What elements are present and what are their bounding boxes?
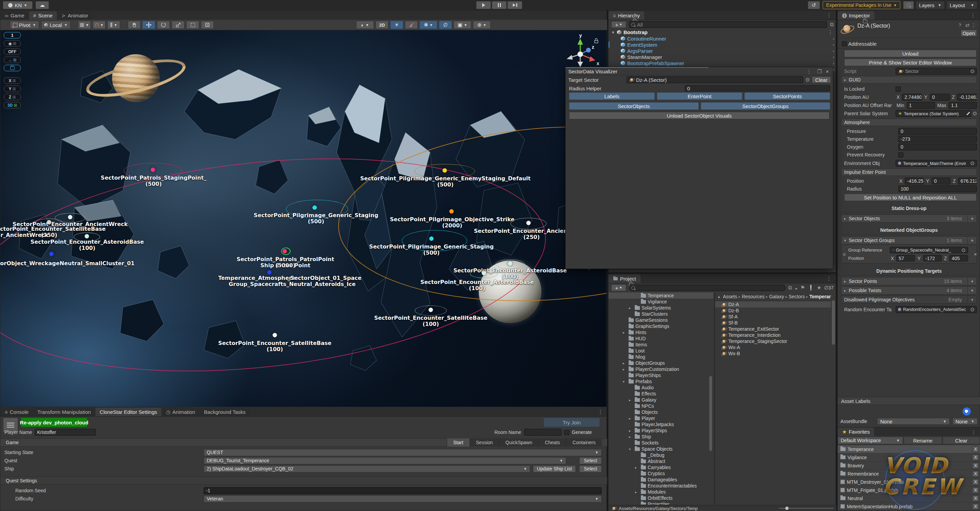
- open-in-window-icon[interactable]: ⧉: [788, 285, 792, 291]
- favorites-item[interactable]: VigilanceX: [838, 454, 980, 461]
- sector-point-dot[interactable]: [313, 206, 317, 210]
- mode-tab-cheats[interactable]: Cheats: [538, 438, 566, 447]
- group-reference-field[interactable]: ∴ Group_Spacecrafts_Neutral_ ⊙: [890, 247, 968, 253]
- group-pos-x[interactable]: 57: [896, 255, 915, 262]
- play-button[interactable]: [476, 1, 491, 9]
- cloud-button[interactable]: ☁: [35, 1, 49, 9]
- sector-point-dot[interactable]: [283, 249, 287, 254]
- local-dropdown[interactable]: Local▼: [41, 21, 70, 29]
- maximize-icon[interactable]: ⧉: [830, 21, 834, 28]
- unload-button[interactable]: Unload: [844, 50, 977, 57]
- bottom-tab-console[interactable]: ≡Console: [0, 408, 33, 416]
- overlay-y-grid-button[interactable]: Y⊞: [4, 86, 21, 92]
- remove-favorite-button[interactable]: X: [972, 487, 979, 493]
- quest-dropdown[interactable]: DEBUG_Tourist_Temperance▼: [204, 457, 566, 464]
- open-button[interactable]: Open: [961, 30, 977, 37]
- sector-point-dot[interactable]: [267, 270, 272, 275]
- account-button[interactable]: KN ▼: [3, 1, 33, 9]
- pause-button[interactable]: [492, 1, 507, 9]
- object-picker-icon[interactable]: ⊙: [970, 307, 975, 313]
- target-sector-field[interactable]: Dz-A (Sector): [627, 77, 803, 83]
- breadcrumb-item[interactable]: Galaxy: [769, 294, 784, 299]
- hierarchy-item[interactable]: EventSystem›: [608, 42, 836, 48]
- project-tree-item[interactable]: ▾Prefabs: [608, 378, 713, 385]
- remove-favorite-button[interactable]: X: [972, 495, 979, 501]
- panel-menu-icon[interactable]: ⋮: [970, 12, 975, 18]
- project-tree-item[interactable]: Nlog: [608, 354, 713, 360]
- search-button[interactable]: [903, 1, 914, 9]
- oxygen-field[interactable]: 0: [898, 144, 977, 150]
- project-tree-item[interactable]: StarClusters: [608, 311, 713, 317]
- panel-menu-icon[interactable]: ⋮: [826, 275, 832, 281]
- breadcrumb-item[interactable]: Assets: [723, 294, 737, 299]
- foldout-arrow-icon[interactable]: ▸: [623, 367, 627, 371]
- tab-animator[interactable]: ≻ Animator: [57, 11, 92, 20]
- prime-show-button[interactable]: Prime & Show Sector Editor Window: [844, 59, 977, 66]
- remove-favorite-button[interactable]: X: [972, 479, 979, 485]
- overlay-lock-button[interactable]: [4, 65, 21, 71]
- magnet-snap-button[interactable]: ⊓▼: [92, 21, 105, 29]
- asset-store-icon[interactable]: ◒: [795, 285, 798, 291]
- is-locked-checkbox[interactable]: [896, 86, 900, 92]
- project-tree-item[interactable]: Audio: [608, 385, 713, 391]
- clear-button[interactable]: Clear: [943, 437, 980, 444]
- favorites-filter-icon[interactable]: ★: [817, 285, 821, 291]
- position-au-x[interactable]: 2.74480: [902, 94, 922, 101]
- foldout-arrow-icon[interactable]: ▸: [629, 435, 633, 439]
- remove-item-button[interactable]: ×: [974, 251, 977, 257]
- position-au-z[interactable]: -0.12462: [957, 94, 977, 101]
- project-tree-item[interactable]: Items: [608, 342, 713, 348]
- remove-favorite-button[interactable]: X: [972, 454, 979, 461]
- sector-point-dot[interactable]: [430, 236, 434, 241]
- foldout-arrow-icon[interactable]: ▼: [611, 30, 615, 34]
- rotate-tool-button[interactable]: [157, 21, 170, 29]
- layout-dropdown[interactable]: Layout▼: [947, 1, 977, 9]
- impulse-z[interactable]: 676.2121: [958, 177, 977, 184]
- object-picker-icon[interactable]: ⊙: [970, 68, 975, 74]
- project-file-item[interactable]: Sf-B: [715, 320, 831, 326]
- project-tree-item[interactable]: Vigilance: [608, 299, 713, 305]
- mode-tab-containers[interactable]: Containers: [566, 438, 602, 447]
- add-item-button[interactable]: +: [967, 278, 977, 285]
- favorites-menu-icon[interactable]: ⋮: [971, 429, 976, 435]
- sector-point-dot[interactable]: [68, 215, 73, 220]
- mode-tab-quickspawn[interactable]: QuickSpawn: [499, 438, 538, 447]
- impulse-x[interactable]: -416.256: [905, 177, 923, 184]
- player-name-input[interactable]: [35, 429, 96, 436]
- labels-button[interactable]: Labels: [569, 93, 655, 100]
- update-ship-list-button[interactable]: Update Ship List: [533, 465, 576, 473]
- chevron-right-icon[interactable]: ›: [833, 36, 834, 41]
- move-tool-button[interactable]: [142, 21, 155, 29]
- overlay-3d-button[interactable]: 3D⊞: [4, 102, 21, 109]
- favorites-item[interactable]: RemembranceX: [838, 470, 980, 478]
- project-tree-item[interactable]: Cryptics: [608, 470, 713, 477]
- project-file-item[interactable]: Wx-A: [715, 344, 831, 350]
- create-object-button[interactable]: +▼: [611, 21, 626, 28]
- workspace-dropdown[interactable]: Default Workspace▼: [838, 437, 903, 444]
- project-tree-item[interactable]: ▸Ship: [608, 434, 713, 440]
- sectorpoints-button[interactable]: SectorPoints: [745, 93, 830, 100]
- files-scrollbar[interactable]: [832, 300, 835, 345]
- project-file-item[interactable]: Temperance_Interdiction: [715, 332, 831, 338]
- asset-bundle-dropdown[interactable]: None▼: [877, 418, 950, 425]
- grid-snap-button[interactable]: ⊞▼: [78, 21, 91, 29]
- project-file-item[interactable]: Temperance_ExitSector: [715, 326, 831, 332]
- 2d-toggle-button[interactable]: 2D: [375, 21, 388, 29]
- favorites-item[interactable]: MTM_Frigate_01.prefabX: [838, 486, 980, 494]
- object-picker-icon[interactable]: ⊙: [961, 247, 966, 253]
- chevron-right-icon[interactable]: ›: [833, 61, 834, 66]
- group-pos-z[interactable]: 405: [949, 255, 968, 262]
- transform-tool-button[interactable]: [201, 21, 214, 29]
- scene-viewport[interactable]: SectorPoint_Patrols_StagingPoint_(500)Se…: [0, 30, 606, 407]
- project-tree-item[interactable]: ▸Hints: [608, 329, 713, 335]
- project-file-item[interactable]: Temperance_StagingSector: [715, 338, 831, 344]
- foldout-arrow-icon[interactable]: ▸: [623, 331, 627, 334]
- set-position-null-button[interactable]: Set Position to NULL and Reposition ALL: [844, 194, 977, 201]
- tree-scrollbar[interactable]: [709, 376, 712, 451]
- project-tree-item[interactable]: HUD: [608, 335, 713, 342]
- bottom-tab-clonestar-editor-settings[interactable]: CloneStar Editor Settings: [95, 408, 161, 416]
- atmosphere-header[interactable]: Atmosphere: [841, 119, 977, 126]
- tab-project[interactable]: Project: [608, 275, 641, 283]
- sector-point-dot[interactable]: [273, 333, 277, 337]
- scene-camera-dropdown[interactable]: ▣▼: [453, 21, 471, 29]
